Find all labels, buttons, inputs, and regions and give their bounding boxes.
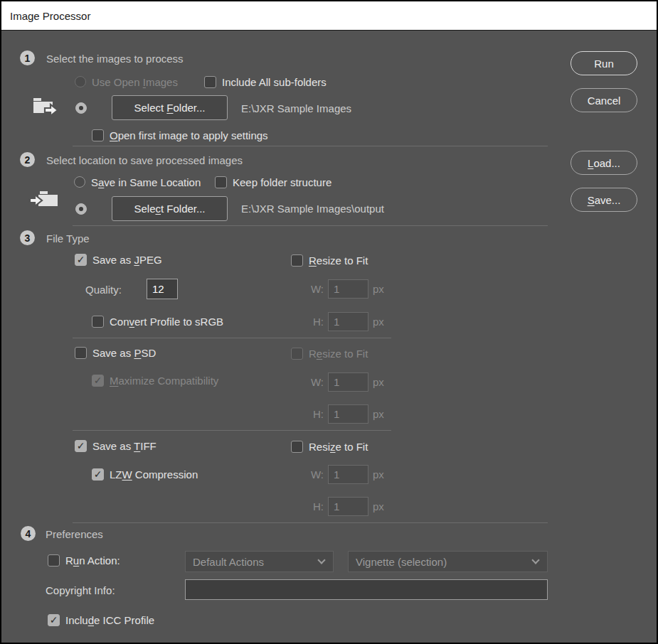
copyright-input[interactable] xyxy=(185,579,548,600)
jpeg-resize-checkbox[interactable] xyxy=(291,254,303,267)
quality-label: Quality: xyxy=(85,284,122,296)
action-name-dropdown: Vignette (selection) xyxy=(348,551,548,572)
include-subfolders-label: Include All sub-folders xyxy=(222,76,327,88)
chevron-down-icon xyxy=(531,556,539,564)
subsection-divider xyxy=(73,338,391,338)
section-1-header: Select the images to process xyxy=(46,53,184,65)
save-same-location-radio[interactable] xyxy=(74,176,85,188)
px-unit-label: px xyxy=(373,316,384,328)
save-as-tiff-checkbox[interactable] xyxy=(75,440,87,452)
save-same-location-option[interactable]: Save in Same Location xyxy=(74,176,201,188)
section-divider xyxy=(73,146,548,146)
open-first-image-option[interactable]: Open first image to apply settings xyxy=(92,129,268,141)
px-unit-label: px xyxy=(373,283,384,295)
jpeg-height-field: H: px xyxy=(309,311,384,331)
maximize-compatibility-option: Maximize Compatibility xyxy=(92,374,218,387)
save-settings-button[interactable]: Save... xyxy=(571,188,637,212)
px-unit-label: px xyxy=(373,468,384,481)
action-name-value: Vignette (selection) xyxy=(356,556,447,568)
save-as-psd-checkbox[interactable] xyxy=(75,347,87,359)
folder-source-option[interactable] xyxy=(75,102,87,114)
save-as-psd-option[interactable]: Save as PSD xyxy=(75,346,156,359)
px-unit-label: px xyxy=(373,500,384,512)
save-as-psd-label: Save as PSD xyxy=(92,347,156,359)
jpeg-height-input xyxy=(328,312,368,331)
tiff-height-field: H: px xyxy=(309,496,384,516)
width-label: W: xyxy=(309,283,324,295)
keep-folder-structure-option[interactable]: Keep folder structure xyxy=(215,176,331,188)
convert-srgb-checkbox[interactable] xyxy=(92,316,104,328)
folder-output-option[interactable] xyxy=(75,203,87,215)
maximize-compatibility-label: Maximize Compatibility xyxy=(110,375,218,387)
convert-srgb-option[interactable]: Convert Profile to sRGB xyxy=(92,315,223,328)
section-4-header: Preferences xyxy=(46,528,103,540)
dialog-title: Image Processor xyxy=(10,10,90,22)
cancel-button[interactable]: Cancel xyxy=(571,88,637,112)
select-output-folder-radio[interactable] xyxy=(75,203,87,215)
psd-resize-checkbox xyxy=(291,348,303,360)
folder-export-icon xyxy=(33,97,61,118)
quality-input[interactable] xyxy=(147,279,178,299)
maximize-compatibility-checkbox xyxy=(92,375,104,387)
select-folder-radio[interactable] xyxy=(75,102,87,114)
subsection-divider xyxy=(73,430,391,431)
output-folder-path: E:\JXR Sample Images\output xyxy=(241,203,384,215)
include-icc-option[interactable]: Include ICC Profile xyxy=(48,613,154,626)
height-label: H: xyxy=(309,316,324,328)
action-set-value: Default Actions xyxy=(193,556,264,568)
height-label: H: xyxy=(309,500,324,512)
psd-width-input xyxy=(328,372,368,392)
save-as-tiff-option[interactable]: Save as TIFF xyxy=(75,439,156,452)
cancel-button-label: Cancel xyxy=(588,95,621,107)
step-4-badge: 4 xyxy=(21,526,36,541)
select-output-folder-button[interactable]: Select Folder... xyxy=(112,196,228,221)
section-divider xyxy=(73,225,548,226)
run-action-checkbox[interactable] xyxy=(48,554,60,567)
select-output-folder-label: Select Folder... xyxy=(134,203,205,215)
keep-folder-structure-label: Keep folder structure xyxy=(233,176,331,188)
tiff-resize-checkbox[interactable] xyxy=(291,441,303,453)
lzw-compression-checkbox[interactable] xyxy=(92,468,104,481)
section-2-header: Select location to save processed images xyxy=(46,154,243,166)
tiff-width-field: W: px xyxy=(309,464,384,484)
tiff-width-input xyxy=(328,465,368,484)
include-icc-checkbox[interactable] xyxy=(48,614,60,626)
save-as-tiff-label: Save as TIFF xyxy=(92,440,156,452)
save-as-jpeg-checkbox[interactable] xyxy=(75,254,87,266)
source-folder-path: E:\JXR Sample Images xyxy=(241,102,351,114)
save-as-jpeg-label: Save as JPEG xyxy=(92,254,162,266)
width-label: W: xyxy=(309,468,324,481)
tiff-height-input xyxy=(328,497,368,516)
run-button[interactable]: Run xyxy=(571,51,637,75)
tiff-resize-label: Resize to Fit xyxy=(309,441,368,453)
jpeg-resize-label: Resize to Fit xyxy=(309,254,368,267)
include-subfolders-option[interactable]: Include All sub-folders xyxy=(204,75,327,88)
jpeg-resize-option[interactable]: Resize to Fit xyxy=(291,254,368,267)
open-first-image-checkbox[interactable] xyxy=(92,129,104,141)
action-set-dropdown: Default Actions xyxy=(185,551,334,572)
include-icc-label: Include ICC Profile xyxy=(65,614,154,626)
psd-width-field: W: px xyxy=(309,372,384,392)
run-action-option[interactable]: Run Action: xyxy=(48,554,120,567)
lzw-compression-label: LZW Compression xyxy=(110,468,198,481)
load-button[interactable]: Load... xyxy=(571,151,637,175)
height-label: H: xyxy=(309,408,324,420)
lzw-compression-option[interactable]: LZW Compression xyxy=(92,468,198,481)
copyright-label: Copyright Info: xyxy=(46,584,115,596)
include-subfolders-checkbox[interactable] xyxy=(204,76,216,88)
keep-folder-structure-checkbox[interactable] xyxy=(215,176,227,188)
section-divider xyxy=(73,522,548,523)
jpeg-width-field: W: px xyxy=(309,279,384,299)
save-settings-button-label: Save... xyxy=(588,194,621,206)
save-as-jpeg-option[interactable]: Save as JPEG xyxy=(75,253,162,266)
use-open-images-option: Use Open Images xyxy=(75,75,178,88)
select-source-folder-button[interactable]: Select Folder... xyxy=(112,95,228,120)
convert-srgb-label: Convert Profile to sRGB xyxy=(110,316,223,328)
select-source-folder-label: Select Folder... xyxy=(134,102,205,114)
tiff-resize-option[interactable]: Resize to Fit xyxy=(291,440,368,453)
open-first-image-label: Open first image to apply settings xyxy=(110,129,268,141)
px-unit-label: px xyxy=(373,376,384,388)
save-same-location-label: Save in Same Location xyxy=(91,176,201,188)
width-label: W: xyxy=(309,376,324,388)
step-1-badge: 1 xyxy=(20,50,35,65)
